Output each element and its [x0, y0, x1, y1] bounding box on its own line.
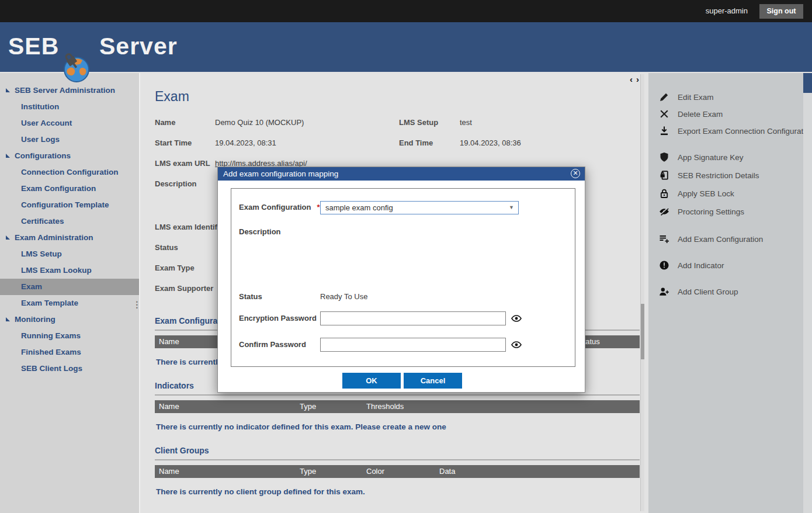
- dialog-status-value: Ready To Use: [320, 292, 367, 301]
- add-exam-configuration-action[interactable]: Add Exam Configuration: [648, 232, 803, 246]
- sidebar-item-monitoring[interactable]: Monitoring: [0, 311, 139, 328]
- action-sidebar: Edit Exam Delete Exam Export Exam Connec…: [648, 73, 803, 513]
- encryption-password-label: Encryption Password: [239, 314, 317, 323]
- encryption-password-input[interactable]: [320, 311, 506, 325]
- column-header-name[interactable]: Name: [159, 465, 179, 478]
- sidebar-item-configurations[interactable]: Configurations: [0, 148, 139, 164]
- dialog-titlebar: Add exam configuration mapping ✕: [218, 167, 585, 181]
- padlock-icon: [659, 188, 669, 199]
- collapse-triangle-icon: [6, 317, 10, 321]
- shield-icon: [659, 152, 669, 162]
- dialog-description-label: Description: [239, 227, 281, 236]
- client-groups-empty-message: There is currently no client group defin…: [156, 487, 365, 496]
- collapse-triangle-icon: [6, 88, 10, 92]
- page-title: Exam: [155, 89, 189, 105]
- end-time-value: 19.04.2023, 08:36: [460, 138, 521, 147]
- client-groups-section-title: Client Groups: [155, 446, 209, 455]
- sidebar-item-exam-template[interactable]: Exam Template: [0, 295, 139, 311]
- playlist-add-icon: [659, 234, 669, 244]
- column-header-data[interactable]: Data: [439, 465, 455, 478]
- export-exam-connection-configuration-action[interactable]: Export Exam Connection Configuration: [648, 124, 803, 138]
- column-header-color[interactable]: Color: [366, 465, 384, 478]
- confirm-password-label: Confirm Password: [239, 340, 306, 349]
- logged-in-username: super-admin: [706, 6, 748, 15]
- section-divider: [155, 459, 640, 460]
- person-add-icon: [659, 286, 669, 297]
- sidebar-item-connection-configuration[interactable]: Connection Configuration: [0, 164, 139, 181]
- apply-seb-lock-action[interactable]: Apply SEB Lock: [648, 186, 803, 200]
- collapse-triangle-icon: [6, 154, 10, 158]
- required-asterisk: *: [317, 203, 320, 212]
- column-header-type[interactable]: Type: [300, 400, 316, 413]
- description-label: Description: [155, 179, 197, 188]
- alert-circle-icon: [659, 260, 669, 271]
- sidebar-item-exam-configuration[interactable]: Exam Configuration: [0, 181, 139, 197]
- brand-server-text: Server: [99, 33, 178, 60]
- lms-exam-identifier-label: LMS exam Identifier: [155, 223, 227, 231]
- sidebar-item-configuration-template[interactable]: Configuration Template: [0, 197, 139, 213]
- seb-restriction-details-action[interactable]: SEB Restriction Details: [648, 168, 803, 182]
- indicators-table-header: Name Type Thresholds: [155, 400, 640, 413]
- sidebar-item-finished-exams[interactable]: Finished Exams: [0, 344, 139, 361]
- section-divider: [155, 394, 640, 396]
- sidebar-resize-handle[interactable]: •••: [136, 301, 138, 310]
- add-indicator-action[interactable]: Add Indicator: [648, 258, 803, 272]
- sidebar-item-user-account[interactable]: User Account: [0, 115, 139, 131]
- column-header-name[interactable]: Name: [159, 400, 179, 413]
- lms-setup-label: LMS Setup: [399, 118, 438, 127]
- dialog-status-label: Status: [239, 292, 262, 301]
- collapse-panel-arrow-icon[interactable]: ‹: [628, 74, 634, 84]
- main-navigation-sidebar: SEB Server Administration Institution Us…: [0, 73, 140, 513]
- sidebar-item-certificates[interactable]: Certificates: [0, 213, 139, 230]
- start-time-label: Start Time: [155, 138, 192, 147]
- name-label: Name: [155, 118, 175, 127]
- show-password-eye-icon[interactable]: [511, 339, 522, 350]
- panel-collapse-expand-controls: ‹›: [628, 74, 641, 84]
- end-time-label: End Time: [399, 138, 433, 147]
- seb-globe-lock-logo-icon: [60, 53, 92, 86]
- client-groups-table-header: Name Type Color Data: [155, 465, 640, 478]
- start-time-value: 19.04.2023, 08:31: [215, 138, 276, 147]
- indicators-empty-message: There is currently no indicator defined …: [156, 422, 446, 431]
- sidebar-item-running-exams[interactable]: Running Exams: [0, 328, 139, 344]
- sign-out-button[interactable]: Sign out: [759, 4, 803, 19]
- show-password-eye-icon[interactable]: [511, 313, 522, 324]
- cancel-button[interactable]: Cancel: [404, 373, 462, 389]
- column-header-type[interactable]: Type: [300, 465, 316, 478]
- sidebar-item-institution[interactable]: Institution: [0, 99, 139, 115]
- sidebar-item-exam-administration[interactable]: Exam Administration: [0, 230, 139, 246]
- indicators-section-title: Indicators: [155, 381, 194, 390]
- sidebar-item-lms-exam-lookup[interactable]: LMS Exam Lookup: [0, 262, 139, 279]
- ok-button[interactable]: OK: [342, 373, 401, 389]
- sidebar-item-exam[interactable]: Exam: [0, 279, 139, 295]
- add-exam-configuration-mapping-dialog: Add exam configuration mapping ✕ Exam Co…: [217, 167, 585, 393]
- sidebar-item-lms-setup[interactable]: LMS Setup: [0, 246, 139, 262]
- brand-seb-text: SEB: [8, 33, 59, 60]
- top-bar: super-admin Sign out: [0, 0, 812, 22]
- add-client-group-action[interactable]: Add Client Group: [648, 285, 803, 299]
- collapsed-panel-toggle[interactable]: [803, 73, 812, 93]
- main-scrollbar[interactable]: [640, 74, 644, 511]
- lms-exam-url-label: LMS exam URL: [155, 159, 210, 168]
- chevron-down-icon: ▼: [509, 202, 514, 214]
- exam-configuration-field-label: Exam Configuration*: [239, 203, 320, 212]
- confirm-password-input[interactable]: [320, 338, 506, 352]
- eye-off-icon: [659, 206, 669, 217]
- close-icon[interactable]: ✕: [571, 169, 580, 178]
- delete-exam-action[interactable]: Delete Exam: [648, 107, 803, 121]
- column-header-name[interactable]: Name: [159, 335, 179, 348]
- sidebar-item-seb-client-logs[interactable]: SEB Client Logs: [0, 361, 139, 377]
- scrollbar-thumb[interactable]: [641, 304, 644, 359]
- status-label: Status: [155, 243, 178, 252]
- edit-exam-action[interactable]: Edit Exam: [648, 90, 803, 104]
- app-banner: SEB Server: [0, 22, 812, 72]
- exam-configuration-select[interactable]: sample exam config ▼: [320, 201, 519, 214]
- sidebar-item-user-logs[interactable]: User Logs: [0, 131, 139, 148]
- exam-supporter-label: Exam Supporter: [155, 284, 213, 293]
- dialog-title: Add exam configuration mapping: [223, 167, 338, 181]
- collapse-triangle-icon: [6, 235, 10, 240]
- app-signature-key-action[interactable]: App Signature Key: [648, 150, 803, 164]
- column-header-thresholds[interactable]: Thresholds: [366, 400, 404, 413]
- proctoring-settings-action[interactable]: Proctoring Settings: [648, 204, 803, 219]
- collapsed-panel-strip: [803, 73, 812, 513]
